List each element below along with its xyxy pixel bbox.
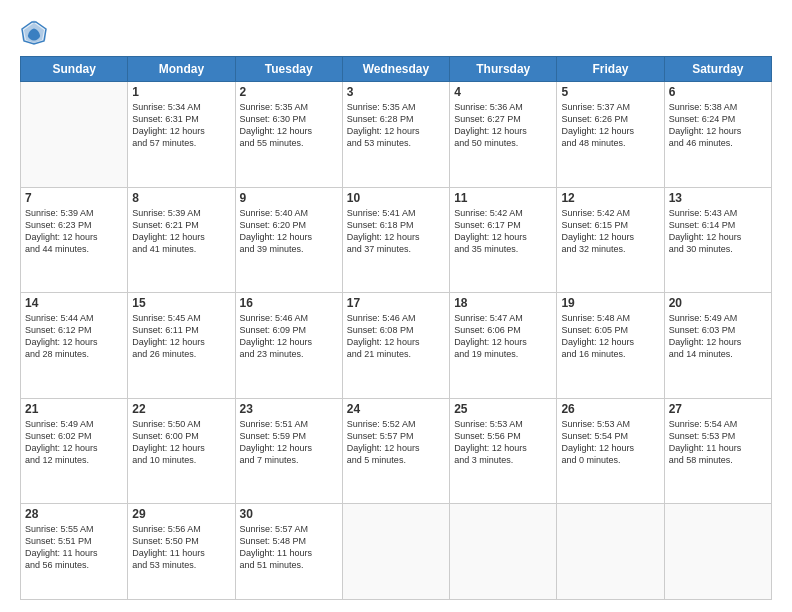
day-number: 12 <box>561 191 659 205</box>
day-number: 20 <box>669 296 767 310</box>
weekday-header: Wednesday <box>342 57 449 82</box>
calendar-table: SundayMondayTuesdayWednesdayThursdayFrid… <box>20 56 772 600</box>
cell-daylight-text: Sunrise: 5:39 AM Sunset: 6:23 PM Dayligh… <box>25 207 123 256</box>
calendar-cell <box>450 504 557 600</box>
day-number: 19 <box>561 296 659 310</box>
calendar-cell: 14Sunrise: 5:44 AM Sunset: 6:12 PM Dayli… <box>21 293 128 399</box>
cell-daylight-text: Sunrise: 5:44 AM Sunset: 6:12 PM Dayligh… <box>25 312 123 361</box>
day-number: 27 <box>669 402 767 416</box>
calendar-week-row: 14Sunrise: 5:44 AM Sunset: 6:12 PM Dayli… <box>21 293 772 399</box>
cell-daylight-text: Sunrise: 5:39 AM Sunset: 6:21 PM Dayligh… <box>132 207 230 256</box>
calendar-cell: 17Sunrise: 5:46 AM Sunset: 6:08 PM Dayli… <box>342 293 449 399</box>
cell-daylight-text: Sunrise: 5:57 AM Sunset: 5:48 PM Dayligh… <box>240 523 338 572</box>
cell-daylight-text: Sunrise: 5:55 AM Sunset: 5:51 PM Dayligh… <box>25 523 123 572</box>
day-number: 3 <box>347 85 445 99</box>
calendar-cell: 5Sunrise: 5:37 AM Sunset: 6:26 PM Daylig… <box>557 82 664 188</box>
weekday-header: Saturday <box>664 57 771 82</box>
calendar-cell: 12Sunrise: 5:42 AM Sunset: 6:15 PM Dayli… <box>557 187 664 293</box>
weekday-header: Thursday <box>450 57 557 82</box>
calendar-cell: 8Sunrise: 5:39 AM Sunset: 6:21 PM Daylig… <box>128 187 235 293</box>
calendar-cell: 23Sunrise: 5:51 AM Sunset: 5:59 PM Dayli… <box>235 398 342 504</box>
day-number: 21 <box>25 402 123 416</box>
cell-daylight-text: Sunrise: 5:56 AM Sunset: 5:50 PM Dayligh… <box>132 523 230 572</box>
calendar-cell: 29Sunrise: 5:56 AM Sunset: 5:50 PM Dayli… <box>128 504 235 600</box>
day-number: 6 <box>669 85 767 99</box>
day-number: 13 <box>669 191 767 205</box>
calendar-week-row: 21Sunrise: 5:49 AM Sunset: 6:02 PM Dayli… <box>21 398 772 504</box>
day-number: 25 <box>454 402 552 416</box>
calendar-cell: 22Sunrise: 5:50 AM Sunset: 6:00 PM Dayli… <box>128 398 235 504</box>
day-number: 26 <box>561 402 659 416</box>
cell-daylight-text: Sunrise: 5:41 AM Sunset: 6:18 PM Dayligh… <box>347 207 445 256</box>
cell-daylight-text: Sunrise: 5:50 AM Sunset: 6:00 PM Dayligh… <box>132 418 230 467</box>
calendar-cell: 25Sunrise: 5:53 AM Sunset: 5:56 PM Dayli… <box>450 398 557 504</box>
cell-daylight-text: Sunrise: 5:35 AM Sunset: 6:28 PM Dayligh… <box>347 101 445 150</box>
weekday-header: Sunday <box>21 57 128 82</box>
cell-daylight-text: Sunrise: 5:45 AM Sunset: 6:11 PM Dayligh… <box>132 312 230 361</box>
calendar-cell: 11Sunrise: 5:42 AM Sunset: 6:17 PM Dayli… <box>450 187 557 293</box>
day-number: 24 <box>347 402 445 416</box>
calendar-week-row: 1Sunrise: 5:34 AM Sunset: 6:31 PM Daylig… <box>21 82 772 188</box>
calendar-cell: 10Sunrise: 5:41 AM Sunset: 6:18 PM Dayli… <box>342 187 449 293</box>
day-number: 14 <box>25 296 123 310</box>
day-number: 5 <box>561 85 659 99</box>
day-number: 29 <box>132 507 230 521</box>
calendar-cell: 27Sunrise: 5:54 AM Sunset: 5:53 PM Dayli… <box>664 398 771 504</box>
calendar-cell: 30Sunrise: 5:57 AM Sunset: 5:48 PM Dayli… <box>235 504 342 600</box>
day-number: 22 <box>132 402 230 416</box>
calendar-cell: 7Sunrise: 5:39 AM Sunset: 6:23 PM Daylig… <box>21 187 128 293</box>
weekday-header: Monday <box>128 57 235 82</box>
calendar-cell: 9Sunrise: 5:40 AM Sunset: 6:20 PM Daylig… <box>235 187 342 293</box>
calendar-cell: 26Sunrise: 5:53 AM Sunset: 5:54 PM Dayli… <box>557 398 664 504</box>
cell-daylight-text: Sunrise: 5:43 AM Sunset: 6:14 PM Dayligh… <box>669 207 767 256</box>
day-number: 16 <box>240 296 338 310</box>
cell-daylight-text: Sunrise: 5:51 AM Sunset: 5:59 PM Dayligh… <box>240 418 338 467</box>
calendar-cell: 15Sunrise: 5:45 AM Sunset: 6:11 PM Dayli… <box>128 293 235 399</box>
day-number: 4 <box>454 85 552 99</box>
calendar-cell <box>557 504 664 600</box>
day-number: 11 <box>454 191 552 205</box>
calendar-cell: 4Sunrise: 5:36 AM Sunset: 6:27 PM Daylig… <box>450 82 557 188</box>
calendar-cell: 13Sunrise: 5:43 AM Sunset: 6:14 PM Dayli… <box>664 187 771 293</box>
page: SundayMondayTuesdayWednesdayThursdayFrid… <box>0 0 792 612</box>
cell-daylight-text: Sunrise: 5:37 AM Sunset: 6:26 PM Dayligh… <box>561 101 659 150</box>
day-number: 10 <box>347 191 445 205</box>
calendar-cell: 24Sunrise: 5:52 AM Sunset: 5:57 PM Dayli… <box>342 398 449 504</box>
calendar-cell <box>21 82 128 188</box>
calendar-cell: 19Sunrise: 5:48 AM Sunset: 6:05 PM Dayli… <box>557 293 664 399</box>
weekday-header: Tuesday <box>235 57 342 82</box>
cell-daylight-text: Sunrise: 5:46 AM Sunset: 6:09 PM Dayligh… <box>240 312 338 361</box>
header <box>20 18 772 46</box>
cell-daylight-text: Sunrise: 5:42 AM Sunset: 6:15 PM Dayligh… <box>561 207 659 256</box>
cell-daylight-text: Sunrise: 5:34 AM Sunset: 6:31 PM Dayligh… <box>132 101 230 150</box>
cell-daylight-text: Sunrise: 5:49 AM Sunset: 6:03 PM Dayligh… <box>669 312 767 361</box>
cell-daylight-text: Sunrise: 5:35 AM Sunset: 6:30 PM Dayligh… <box>240 101 338 150</box>
cell-daylight-text: Sunrise: 5:49 AM Sunset: 6:02 PM Dayligh… <box>25 418 123 467</box>
day-number: 15 <box>132 296 230 310</box>
cell-daylight-text: Sunrise: 5:40 AM Sunset: 6:20 PM Dayligh… <box>240 207 338 256</box>
day-number: 7 <box>25 191 123 205</box>
day-number: 9 <box>240 191 338 205</box>
cell-daylight-text: Sunrise: 5:54 AM Sunset: 5:53 PM Dayligh… <box>669 418 767 467</box>
cell-daylight-text: Sunrise: 5:48 AM Sunset: 6:05 PM Dayligh… <box>561 312 659 361</box>
calendar-cell: 21Sunrise: 5:49 AM Sunset: 6:02 PM Dayli… <box>21 398 128 504</box>
day-number: 28 <box>25 507 123 521</box>
calendar-week-row: 28Sunrise: 5:55 AM Sunset: 5:51 PM Dayli… <box>21 504 772 600</box>
weekday-header: Friday <box>557 57 664 82</box>
calendar-cell: 18Sunrise: 5:47 AM Sunset: 6:06 PM Dayli… <box>450 293 557 399</box>
cell-daylight-text: Sunrise: 5:42 AM Sunset: 6:17 PM Dayligh… <box>454 207 552 256</box>
day-number: 17 <box>347 296 445 310</box>
day-number: 2 <box>240 85 338 99</box>
logo-icon <box>20 18 48 46</box>
cell-daylight-text: Sunrise: 5:52 AM Sunset: 5:57 PM Dayligh… <box>347 418 445 467</box>
day-number: 1 <box>132 85 230 99</box>
cell-daylight-text: Sunrise: 5:53 AM Sunset: 5:54 PM Dayligh… <box>561 418 659 467</box>
day-number: 18 <box>454 296 552 310</box>
cell-daylight-text: Sunrise: 5:46 AM Sunset: 6:08 PM Dayligh… <box>347 312 445 361</box>
calendar-cell: 1Sunrise: 5:34 AM Sunset: 6:31 PM Daylig… <box>128 82 235 188</box>
logo <box>20 18 54 46</box>
calendar-cell <box>342 504 449 600</box>
calendar-week-row: 7Sunrise: 5:39 AM Sunset: 6:23 PM Daylig… <box>21 187 772 293</box>
calendar-cell: 16Sunrise: 5:46 AM Sunset: 6:09 PM Dayli… <box>235 293 342 399</box>
calendar-cell: 3Sunrise: 5:35 AM Sunset: 6:28 PM Daylig… <box>342 82 449 188</box>
